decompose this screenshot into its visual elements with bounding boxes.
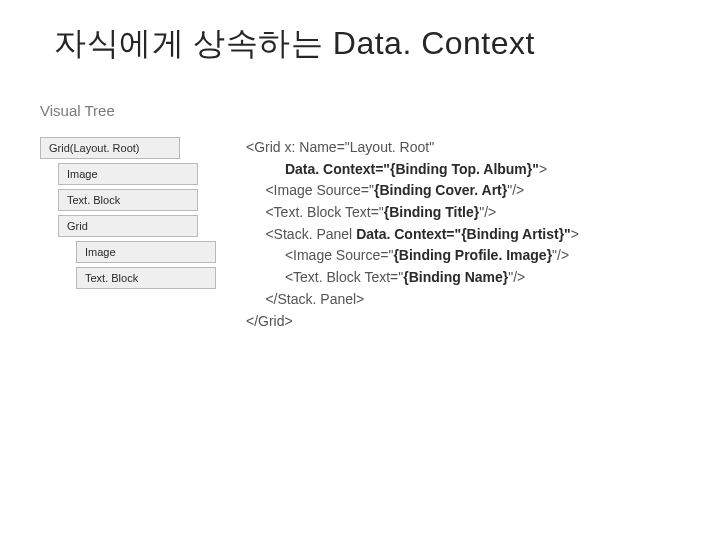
tree-node: Image xyxy=(76,241,216,263)
code-emphasis: {Binding Profile. Image} xyxy=(393,247,552,263)
code-text: "/> xyxy=(508,269,525,285)
code-text: > xyxy=(571,226,579,242)
slide-title: 자식에게 상속하는 Data. Context xyxy=(54,22,720,66)
code-text: </Grid> xyxy=(246,313,293,329)
tree-node: Text. Block xyxy=(58,189,198,211)
code-emphasis: {Binding Cover. Art} xyxy=(374,182,507,198)
code-text: <Image Source=" xyxy=(246,182,374,198)
code-emphasis: {Binding Title} xyxy=(384,204,479,220)
code-emphasis: Data. Context="{Binding Top. Album}" xyxy=(285,161,539,177)
tree-node: Image xyxy=(58,163,198,185)
code-text: <Grid x: Name="Layout. Root" xyxy=(246,139,434,155)
code-text: "/> xyxy=(507,182,524,198)
code-text: <Image Source=" xyxy=(246,247,393,263)
tree-node: Grid xyxy=(58,215,198,237)
tree-node-root: Grid(Layout. Root) xyxy=(40,137,180,159)
code-text: </Stack. Panel> xyxy=(246,291,364,307)
code-text: > xyxy=(539,161,547,177)
section-subtitle: Visual Tree xyxy=(40,102,720,119)
code-emphasis: Data. Context="{Binding Artist}" xyxy=(356,226,571,242)
code-text: <Text. Block Text=" xyxy=(246,269,403,285)
code-text xyxy=(246,161,285,177)
visual-tree: Grid(Layout. Root) Image Text. Block Gri… xyxy=(40,137,240,332)
code-text: "/> xyxy=(479,204,496,220)
content-row: Grid(Layout. Root) Image Text. Block Gri… xyxy=(0,137,720,332)
code-text: <Stack. Panel xyxy=(246,226,356,242)
code-text: "/> xyxy=(552,247,569,263)
tree-node: Text. Block xyxy=(76,267,216,289)
code-emphasis: {Binding Name} xyxy=(403,269,508,285)
xaml-code-block: <Grid x: Name="Layout. Root" Data. Conte… xyxy=(246,137,579,332)
code-text: <Text. Block Text=" xyxy=(246,204,384,220)
